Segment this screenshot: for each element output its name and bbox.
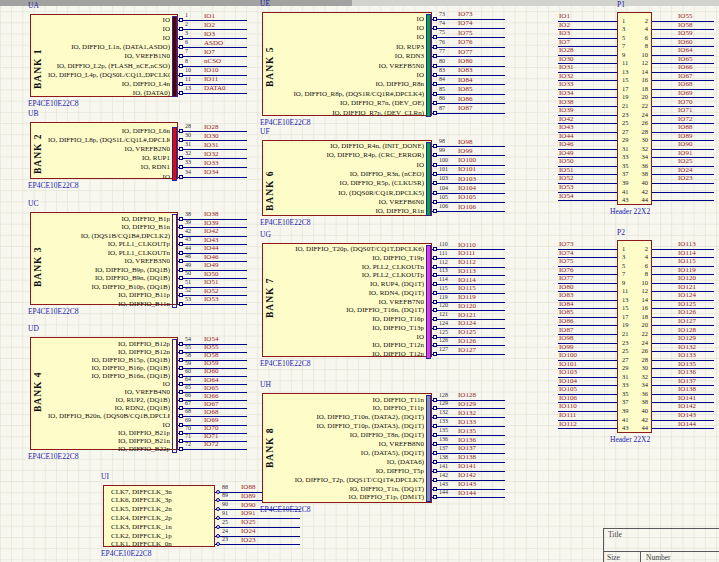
net-label[interactable]: IO129 <box>458 400 476 408</box>
net-label[interactable]: IO104 <box>559 377 577 385</box>
net-label[interactable]: IO74 <box>458 19 472 27</box>
net-label[interactable]: IO121 <box>678 283 696 291</box>
net-label[interactable]: IO143 <box>678 411 696 419</box>
net-label[interactable]: IO55 <box>678 12 692 20</box>
net-label[interactable]: IO132 <box>678 343 696 351</box>
net-label[interactable]: IO76 <box>458 38 472 46</box>
net-label[interactable]: IO77 <box>559 274 573 282</box>
net-label[interactable]: IO119 <box>458 293 476 301</box>
net-label[interactable]: IO58 <box>204 351 218 359</box>
net-label[interactable]: IO98 <box>559 334 573 342</box>
net-label[interactable]: IO52 <box>559 174 573 182</box>
net-label[interactable]: IO144 <box>678 420 696 428</box>
net-label[interactable]: IO132 <box>458 409 476 417</box>
net-label[interactable]: IO34 <box>204 168 218 176</box>
net-label[interactable]: IO69 <box>678 89 692 97</box>
net-label[interactable]: IO43 <box>559 123 573 131</box>
net-label[interactable]: IO34 <box>559 89 573 97</box>
net-label[interactable]: IO53 <box>559 183 573 191</box>
pin-wire[interactable] <box>178 177 247 178</box>
net-label[interactable]: IO141 <box>678 394 696 402</box>
net-label[interactable]: IO104 <box>458 184 476 192</box>
net-label[interactable]: IO127 <box>458 346 476 354</box>
net-label[interactable]: IO80 <box>458 57 472 65</box>
net-label[interactable]: DATA0 <box>204 84 226 92</box>
component-part-number[interactable]: EP4CE10E22C8 <box>28 182 78 190</box>
net-label[interactable]: IO46 <box>204 253 218 261</box>
net-label[interactable]: IO23 <box>678 174 692 182</box>
net-label[interactable]: IO30 <box>559 55 573 63</box>
net-label[interactable]: IO54 <box>204 335 218 343</box>
net-label[interactable]: IO114 <box>678 249 696 257</box>
net-label[interactable]: IO71 <box>678 106 692 114</box>
net-label[interactable]: IO98 <box>458 138 472 146</box>
net-label[interactable]: IO77 <box>458 48 472 56</box>
net-label[interactable]: nCSO <box>204 57 221 65</box>
net-label[interactable]: IO113 <box>458 267 476 275</box>
net-label[interactable]: IO39 <box>204 219 218 227</box>
net-label[interactable]: IO67 <box>678 72 692 80</box>
net-label[interactable]: IO3 <box>204 30 215 38</box>
net-label[interactable]: IO135 <box>678 360 696 368</box>
net-label[interactable]: IO83 <box>458 66 472 74</box>
net-label[interactable]: IO64 <box>678 46 692 54</box>
net-label[interactable]: IO59 <box>204 359 218 367</box>
net-label[interactable]: IO2 <box>559 21 570 29</box>
component-part-number[interactable]: EP4CE10E22C8 <box>260 360 310 368</box>
net-label[interactable]: IO32 <box>204 150 218 158</box>
net-label[interactable]: IO52 <box>204 287 218 295</box>
net-label[interactable]: IO101 <box>559 360 577 368</box>
net-label[interactable]: IO100 <box>458 156 476 164</box>
component-designator[interactable]: UF <box>260 128 270 136</box>
component-part-number[interactable]: EP4CE10E22C8 <box>28 453 78 461</box>
net-label[interactable]: IO25 <box>241 518 255 526</box>
net-label[interactable]: IO124 <box>678 291 696 299</box>
net-label[interactable]: IO60 <box>678 38 692 46</box>
net-label[interactable]: IO115 <box>458 284 476 292</box>
net-label[interactable]: IO120 <box>458 302 476 310</box>
header-type-label[interactable]: Header 22X2 <box>610 208 650 216</box>
net-label[interactable]: IO54 <box>559 192 573 200</box>
net-label[interactable]: IO38 <box>204 210 218 218</box>
net-label[interactable]: IO69 <box>204 416 218 424</box>
header-right-wire[interactable] <box>652 192 714 193</box>
net-label[interactable]: IO60 <box>204 367 218 375</box>
net-label[interactable]: IO39 <box>559 106 573 114</box>
net-label[interactable]: IO28 <box>559 46 573 54</box>
net-label[interactable]: IO70 <box>204 424 218 432</box>
component-part-number[interactable]: EP4CE10E22C8 <box>260 119 310 127</box>
net-label[interactable]: IO76 <box>559 266 573 274</box>
net-label[interactable]: IO55 <box>204 343 218 351</box>
net-label[interactable]: IO31 <box>559 63 573 71</box>
net-label[interactable]: IO90 <box>241 501 255 509</box>
net-label[interactable]: IO103 <box>559 368 577 376</box>
component-designator[interactable]: UB <box>28 110 38 118</box>
net-label[interactable]: IO72 <box>204 440 218 448</box>
net-label[interactable]: IO136 <box>458 436 476 444</box>
component-part-number[interactable]: EP4CE10E22C8 <box>28 308 78 316</box>
net-label[interactable]: IO112 <box>559 420 577 428</box>
net-label[interactable]: IO87 <box>458 104 472 112</box>
net-label[interactable]: IO129 <box>678 334 696 342</box>
net-label[interactable]: IO7 <box>204 48 215 56</box>
net-label[interactable]: IO2 <box>204 21 215 29</box>
net-label[interactable]: IO23 <box>241 536 255 544</box>
component-part-number[interactable]: EP4CE10E22C8 <box>260 506 310 514</box>
header-designator[interactable]: P2 <box>617 229 625 237</box>
net-label[interactable]: IO24 <box>678 166 692 174</box>
net-label[interactable]: IO86 <box>458 95 472 103</box>
net-label[interactable]: IO66 <box>204 392 218 400</box>
net-label[interactable]: IO110 <box>559 402 577 410</box>
net-label[interactable]: IO64 <box>204 376 218 384</box>
net-label[interactable]: IO126 <box>678 308 696 316</box>
pin-wire[interactable] <box>432 354 505 355</box>
net-label[interactable]: IO3 <box>559 29 570 37</box>
net-label[interactable]: IO137 <box>678 377 696 385</box>
net-label[interactable]: IO28 <box>204 123 218 131</box>
net-label[interactable]: IO43 <box>204 236 218 244</box>
component-designator[interactable]: UA <box>28 2 39 10</box>
net-label[interactable]: IO71 <box>204 432 218 440</box>
header-left-wire[interactable] <box>558 428 617 429</box>
net-label[interactable]: IO99 <box>559 343 573 351</box>
net-label[interactable]: IO105 <box>458 193 476 201</box>
